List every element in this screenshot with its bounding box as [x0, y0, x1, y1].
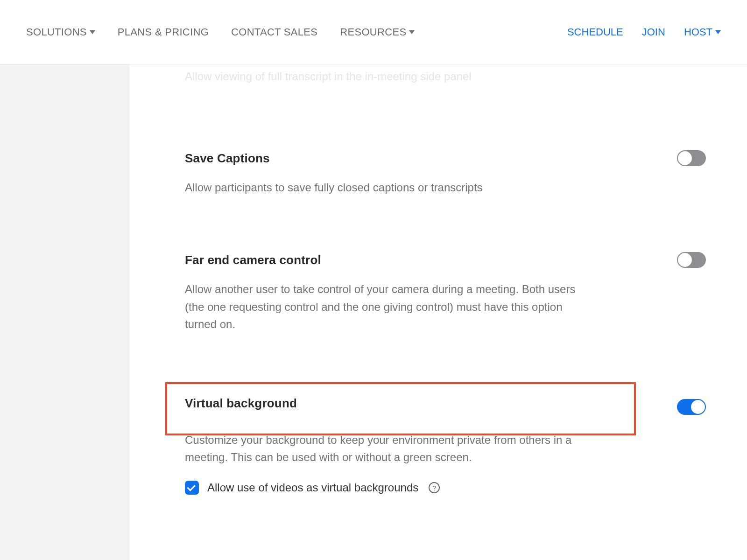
- nav-solutions[interactable]: SOLUTIONS: [26, 26, 95, 38]
- setting-desc: Allow participants to save fully closed …: [185, 179, 577, 196]
- nav-resources[interactable]: RESOURCES: [340, 26, 415, 38]
- settings-content: Full transcript Allow viewing of full tr…: [130, 64, 747, 560]
- checkmark-icon: [187, 483, 195, 491]
- nav-label: RESOURCES: [340, 26, 406, 38]
- setting-title: Save Captions: [185, 151, 719, 166]
- setting-far-end-camera: Far end camera control Allow another use…: [185, 217, 719, 353]
- toggle-far-end-camera[interactable]: [677, 252, 706, 268]
- nav-host[interactable]: HOST: [684, 26, 721, 38]
- nav-label: JOIN: [642, 26, 665, 38]
- nav-right-group: SCHEDULE JOIN HOST: [567, 26, 721, 38]
- toggle-knob: [678, 253, 692, 267]
- setting-virtual-background: Virtual background Customize your backgr…: [185, 353, 719, 499]
- checkbox-allow-video-bg[interactable]: [185, 481, 199, 495]
- toggle-save-captions[interactable]: [677, 150, 706, 166]
- toggle-knob: [691, 400, 705, 414]
- setting-full-transcript: Full transcript Allow viewing of full tr…: [185, 64, 719, 105]
- nav-label: PLANS & PRICING: [118, 26, 209, 38]
- nav-label: HOST: [684, 26, 712, 38]
- nav-label: SCHEDULE: [567, 26, 623, 38]
- setting-title: Far end camera control: [185, 253, 719, 267]
- page-body: Full transcript Allow viewing of full tr…: [0, 64, 747, 560]
- chevron-down-icon: [715, 30, 721, 34]
- sub-option-allow-video-bg: Allow use of videos as virtual backgroun…: [185, 481, 719, 495]
- toggle-virtual-background[interactable]: [677, 399, 706, 415]
- nav-schedule[interactable]: SCHEDULE: [567, 26, 623, 38]
- setting-title: Virtual background: [185, 396, 719, 411]
- help-icon[interactable]: ?: [429, 482, 440, 493]
- sidebar-placeholder: [0, 64, 130, 560]
- sub-option-label: Allow use of videos as virtual backgroun…: [207, 481, 418, 494]
- top-nav: SOLUTIONS PLANS & PRICING CONTACT SALES …: [0, 0, 747, 64]
- setting-save-captions: Save Captions Allow participants to save…: [185, 105, 719, 217]
- setting-desc: Allow another user to take control of yo…: [185, 280, 577, 333]
- nav-label: CONTACT SALES: [231, 26, 317, 38]
- nav-contact-sales[interactable]: CONTACT SALES: [231, 26, 317, 38]
- nav-plans-pricing[interactable]: PLANS & PRICING: [118, 26, 209, 38]
- chevron-down-icon: [90, 30, 95, 34]
- toggle-knob: [678, 151, 692, 165]
- chevron-down-icon: [409, 30, 415, 34]
- setting-desc: Allow viewing of full transcript in the …: [185, 68, 577, 85]
- nav-left-group: SOLUTIONS PLANS & PRICING CONTACT SALES …: [26, 26, 415, 38]
- setting-desc: Customize your background to keep your e…: [185, 431, 577, 466]
- nav-label: SOLUTIONS: [26, 26, 87, 38]
- nav-join[interactable]: JOIN: [642, 26, 665, 38]
